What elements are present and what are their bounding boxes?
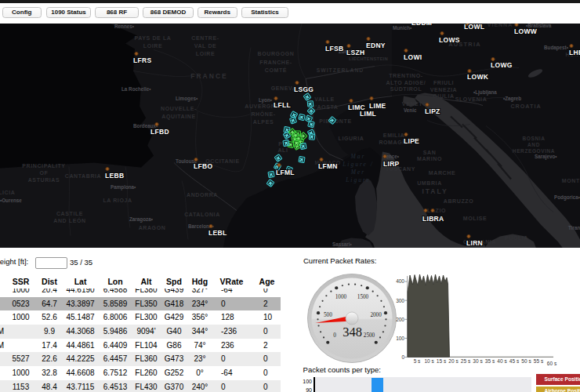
svg-text:LOWG: LOWG [491, 60, 513, 68]
svg-text:35 s: 35 s [485, 358, 495, 364]
svg-text:SAN: SAN [423, 149, 437, 154]
svg-text:0: 0 [401, 354, 404, 360]
svg-text:SWITZERLAND: SWITZERLAND [317, 67, 364, 72]
svg-text:Rennes•: Rennes• [114, 24, 134, 29]
svg-text:MOLISE: MOLISE [463, 215, 487, 220]
svg-text:45 s: 45 s [509, 358, 520, 364]
svg-text:200: 200 [396, 317, 404, 322]
svg-text:30 s: 30 s [473, 358, 483, 364]
svg-text:LOWW: LOWW [514, 27, 538, 34]
svg-text:EDDM: EDDM [411, 24, 432, 27]
svg-text:Lyon•: Lyon• [259, 96, 272, 103]
svg-text:MARCHE: MARCHE [429, 169, 455, 175]
svg-text:AQUITAINE: AQUITAINE [161, 113, 195, 119]
svg-text:CANTABRIA: CANTABRIA [65, 172, 102, 178]
svg-text:LOIRE: LOIRE [196, 50, 215, 56]
svg-text:LIRN: LIRN [466, 238, 483, 246]
svg-text:348: 348 [343, 325, 362, 339]
svg-text:P: P [278, 140, 282, 146]
svg-text:LIME: LIME [369, 101, 386, 109]
svg-text:Mer: Mer [350, 168, 366, 175]
svg-text:LOWK: LOWK [467, 72, 489, 80]
svg-text:HERZEGOVINA: HERZEGOVINA [513, 147, 555, 153]
svg-text:BOURGOGN: BOURGOGN [258, 50, 295, 56]
svg-text:LIPE: LIPE [404, 136, 419, 144]
svg-text:SLOVENIA: SLOVENIA [455, 96, 488, 101]
svg-text:Ligure /: Ligure / [342, 160, 374, 167]
svg-text:LSGG: LSGG [294, 85, 314, 93]
svg-text:VENETO: VENETO [402, 100, 427, 106]
svg-text:Sarajevo•: Sarajevo• [535, 153, 556, 159]
svg-text:Zaragoza•: Zaragoza• [129, 216, 153, 222]
svg-text:FRANCHE-: FRANCHE- [259, 59, 292, 64]
svg-text:10 s: 10 s [424, 358, 434, 364]
svg-text:55 s: 55 s [534, 358, 544, 364]
svg-text:EDNY: EDNY [366, 41, 386, 49]
svg-text:CATALONIA: CATALONIA [184, 211, 220, 216]
svg-text:60 s: 60 s [547, 361, 557, 366]
svg-text:CENTRE-: CENTRE- [191, 34, 219, 40]
svg-text:2500: 2500 [364, 332, 375, 339]
svg-text:AND LEÓN: AND LEÓN [53, 216, 85, 223]
svg-text:CASTILE: CASTILE [56, 210, 83, 216]
svg-text:Munich•: Munich• [393, 24, 411, 30]
svg-text:1000: 1000 [335, 294, 347, 300]
svg-text:TRENTINO-: TRENTINO- [389, 72, 423, 78]
svg-text:20 s: 20 s [448, 358, 459, 364]
svg-text:MONTE: MONTE [562, 177, 580, 183]
svg-text:100: 100 [396, 336, 404, 341]
svg-text:VIENNA: VIENNA [488, 24, 513, 27]
svg-text:ALICIA: ALICIA [0, 189, 15, 194]
svg-text:Venic: Venic [404, 107, 417, 112]
svg-text:Pamplona•: Pamplona• [111, 183, 136, 190]
svg-text:LIML: LIML [360, 109, 376, 117]
svg-text:15 s: 15 s [437, 358, 447, 364]
svg-text:ALTO ADIGE/: ALTO ADIGE/ [386, 79, 426, 85]
svg-text:400: 400 [396, 278, 404, 284]
svg-text:ABRUZZO: ABRUZZO [444, 198, 473, 203]
svg-text:LFBO: LFBO [194, 162, 212, 169]
svg-text:FRIULI: FRIULI [433, 79, 454, 85]
svg-text:LAZIO: LAZIO [427, 207, 446, 212]
svg-text:300: 300 [396, 298, 404, 303]
svg-text:LSZH: LSZH [346, 48, 364, 56]
svg-text:LIBRA: LIBRA [422, 214, 444, 222]
svg-text:0: 0 [333, 332, 336, 339]
svg-text:La Rochelle•: La Rochelle• [121, 85, 151, 91]
svg-text:VAL DE: VAL DE [194, 42, 217, 48]
svg-text:•Ourense: •Ourense [0, 197, 22, 202]
svg-text:LIGURIA: LIGURIA [339, 135, 364, 140]
svg-text:UMBRIA: UMBRIA [417, 180, 442, 185]
svg-text:PRINCIPALITY: PRINCIPALITY [22, 162, 65, 168]
svg-text:LFLL: LFLL [274, 100, 291, 108]
svg-text:LOWL: LOWL [464, 24, 484, 31]
svg-text:LFML: LFML [276, 168, 295, 176]
svg-text:Limoges•: Limoges• [176, 95, 198, 101]
svg-text:AND: AND [527, 141, 540, 147]
svg-text:NOUVELLE-: NOUVELLE- [161, 105, 197, 111]
svg-text:COMTÉ: COMTÉ [265, 66, 287, 72]
svg-text:ITALY: ITALY [422, 187, 448, 194]
svg-text:RHÔNE-: RHÔNE- [251, 110, 275, 116]
svg-text:25 s: 25 s [461, 358, 471, 364]
svg-text:5 s: 5 s [414, 358, 421, 364]
svg-text:SÜDTIROL: SÜDTIROL [390, 85, 422, 91]
svg-text:Budapest•: Budapest• [544, 44, 568, 50]
svg-text:Mar: Mar [350, 152, 366, 159]
svg-text:ANDORRA: ANDORRA [187, 191, 218, 197]
svg-text:BOSNIA: BOSNIA [523, 135, 546, 140]
svg-text:MARINO: MARINO [417, 155, 442, 161]
svg-text:Podgorica•: Podgorica• [554, 194, 580, 200]
svg-text:500: 500 [324, 312, 332, 318]
svg-text:Ligure: Ligure [345, 176, 371, 183]
svg-text:1500: 1500 [357, 294, 369, 300]
svg-text:LOIRE: LOIRE [143, 42, 162, 48]
svg-text:OF: OF [40, 169, 49, 175]
svg-text:LIECHTENSTEIN: LIECHTENSTEIN [349, 56, 388, 60]
svg-text:ALI: ALI [277, 147, 288, 152]
svg-text:LFSB: LFSB [325, 44, 343, 52]
svg-text:Tirana: Tirana [568, 224, 580, 230]
svg-text:•Zagreb: •Zagreb [503, 95, 521, 101]
svg-text:LIPZ: LIPZ [425, 107, 440, 114]
svg-text:GENEVA: GENEVA [271, 85, 297, 90]
